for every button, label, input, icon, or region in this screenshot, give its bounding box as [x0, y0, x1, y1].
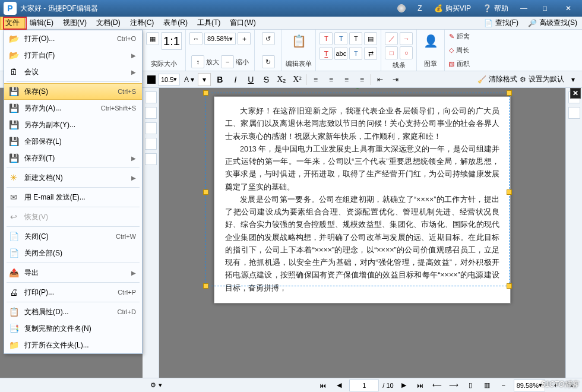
rotate-right-icon[interactable]: ↻ [262, 55, 275, 68]
menu-save-copy[interactable]: 另存为副本(Y)... [4, 116, 142, 133]
toolbar-more[interactable]: ▾ [567, 73, 580, 86]
fit-width-icon[interactable]: ↔ [189, 32, 203, 45]
handle-ne[interactable] [507, 90, 512, 96]
menu-email[interactable]: 用 E-mail 发送(E)... [4, 189, 142, 206]
handle-e[interactable] [507, 189, 512, 195]
globe-icon[interactable] [391, 0, 412, 17]
page-prev[interactable]: ◀ [333, 379, 346, 392]
shape-tool-1[interactable]: □ [385, 46, 398, 59]
status-zoom-select[interactable]: 89.58% ▾ [514, 380, 545, 391]
align-center-button[interactable]: ≡ [324, 73, 337, 86]
set-default-button[interactable]: ⚙ 设置为默认 [520, 74, 564, 84]
menu-view[interactable]: 视图(V) [58, 17, 91, 30]
text-tool-7[interactable]: T [349, 47, 362, 60]
menu-form[interactable]: 表单(R) [159, 17, 192, 30]
perimeter-label[interactable]: 周长 [456, 46, 469, 55]
text-tool-1[interactable]: T [320, 32, 333, 45]
text-tool-4[interactable]: ▤ [364, 32, 377, 45]
maximize-button[interactable]: □ [537, 0, 559, 17]
buy-vip-button[interactable]: 💰 购买VIP [428, 0, 477, 17]
subscript-button[interactable]: X₂ [275, 73, 288, 86]
highlight-button[interactable]: ▾ [198, 73, 211, 86]
menu-save[interactable]: 保存(S)Ctrl+S [4, 83, 142, 100]
rotate-handle[interactable] [355, 88, 360, 88]
shape-tool-2[interactable]: ○ [400, 46, 413, 59]
form-icon[interactable]: 📋 [289, 32, 309, 50]
menu-print[interactable]: 打印(P)...Ctrl+P [4, 284, 142, 301]
vtool-3[interactable] [145, 122, 157, 134]
handle-sw[interactable] [203, 283, 208, 289]
menu-tool[interactable]: 工具(T) [192, 17, 225, 30]
zoom-out-button[interactable]: − [221, 55, 234, 68]
indent-dec-button[interactable]: ⇤ [374, 73, 387, 86]
menu-open-folder[interactable]: 打开所在文件夹(L)... [4, 337, 142, 353]
text-tool-8[interactable]: ⇄ [364, 47, 377, 60]
menu-save-all[interactable]: 全部保存(L) [4, 133, 142, 150]
menu-export[interactable]: 导出▶ [4, 264, 142, 281]
menu-save-to[interactable]: 保存到(T)▶ [4, 150, 142, 166]
page-last[interactable]: ⏭ [414, 379, 427, 392]
line-tool-2[interactable]: → [400, 32, 413, 45]
italic-button[interactable]: I [229, 73, 242, 86]
thumb-toggle[interactable]: ▦ [146, 32, 159, 45]
underline-button[interactable]: U [244, 73, 257, 86]
vtool-4[interactable] [145, 138, 157, 150]
zoom-select[interactable]: 89.58% ▾ [204, 33, 236, 45]
page-input[interactable]: 1 [349, 380, 379, 391]
nav-fwd[interactable]: ⟶ [447, 379, 460, 392]
search-button[interactable]: 📄 查找(F) [479, 18, 523, 28]
menu-window[interactable]: 窗口(W) [225, 17, 260, 30]
page-first[interactable]: ⏮ [316, 379, 329, 392]
menu-save-as[interactable]: 另存为(A)...Ctrl+Shift+S [4, 100, 142, 116]
menu-new-doc[interactable]: 新建文档(N)▶ [4, 169, 142, 186]
align-right-button[interactable]: ≡ [340, 73, 353, 86]
fit-height-icon[interactable]: ↕ [191, 55, 204, 68]
rotate-left-icon[interactable]: ↺ [262, 32, 275, 45]
vtool-5[interactable] [145, 153, 157, 165]
text-tool-3[interactable]: T [349, 32, 362, 45]
align-justify-button[interactable]: ≡ [355, 73, 368, 86]
line-tool-1[interactable]: ／ [385, 32, 398, 45]
menu-open-from[interactable]: 打开自(F)▶ [4, 47, 142, 64]
close-tab-button[interactable]: ✕ [570, 88, 581, 99]
text-tool-6[interactable]: abc [334, 47, 347, 60]
menu-copy-full[interactable]: 复制完整的文件名(N) [4, 320, 142, 337]
indent-inc-button[interactable]: ⇥ [389, 73, 402, 86]
close-window-button[interactable]: ✕ [559, 0, 582, 17]
font-color-icon[interactable] [147, 75, 156, 84]
menu-edit[interactable]: 编辑(E) [25, 17, 58, 30]
menu-properties[interactable]: 文档属性(D)...Ctrl+D [4, 304, 142, 320]
view-single[interactable]: ▯ [464, 379, 477, 392]
actual-size-icon[interactable]: 1:1 [162, 32, 182, 50]
text-selection-frame[interactable] [205, 93, 510, 286]
nav-back[interactable]: ⟵ [431, 379, 444, 392]
adv-search-button[interactable]: 🔎 高级查找(S) [523, 18, 582, 28]
menu-close-all[interactable]: 关闭全部(S) [4, 245, 142, 261]
status-zoom-out[interactable]: − [497, 379, 510, 392]
menu-file[interactable]: 文件 [0, 17, 25, 30]
text-tool-2[interactable]: T [334, 32, 347, 45]
menu-document[interactable]: 文档(D) [91, 17, 125, 30]
menu-open[interactable]: 打开(O)...Ctrl+O [4, 30, 142, 47]
handle-w[interactable] [203, 189, 208, 195]
area-label[interactable]: 面积 [457, 59, 470, 68]
strike-button[interactable]: S [260, 73, 273, 86]
minimize-button[interactable]: — [514, 0, 537, 17]
page-next[interactable]: ▶ [397, 379, 410, 392]
distance-label[interactable]: 距离 [457, 32, 470, 41]
menu-session[interactable]: 会议▶ [4, 64, 142, 80]
vtool-2[interactable] [145, 107, 157, 119]
document-area[interactable]: 大家好！在这辞旧迎新之际，我谨代表企业各层领导们，向公司的广大员工、家属们以及离… [159, 88, 565, 378]
superscript-button[interactable]: X² [290, 73, 303, 86]
handle-nw[interactable] [203, 90, 208, 96]
align-left-button[interactable]: ≡ [309, 73, 322, 86]
rvtool-2[interactable] [568, 107, 580, 119]
font-size-select[interactable]: 10.5 ▾ [158, 74, 180, 86]
menu-close[interactable]: 关闭(C)Ctrl+W [4, 228, 142, 245]
text-tool-5[interactable]: T̲ [320, 47, 333, 60]
help-button[interactable]: ❔ 帮助 [477, 0, 514, 17]
font-color-button[interactable]: A ▾ [182, 73, 195, 86]
handle-se[interactable] [507, 283, 512, 289]
clear-format-button[interactable]: 🧹 清除格式 [477, 74, 517, 84]
vtool-1[interactable] [145, 91, 157, 103]
